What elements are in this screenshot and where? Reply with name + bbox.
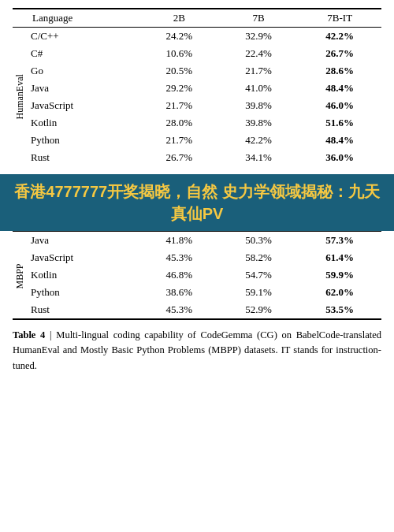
language-cell: Python [28, 284, 139, 301]
value-cell: 26.7% [298, 45, 381, 62]
value-cell: 26.7% [139, 149, 219, 166]
value-cell: 59.1% [219, 284, 299, 301]
value-cell: 46.8% [139, 266, 219, 284]
value-cell: 24.2% [139, 28, 219, 46]
table-row: C#10.6%22.4%26.7% [13, 45, 381, 62]
value-cell: 53.5% [298, 301, 381, 319]
language-cell: C/C++ [28, 28, 139, 46]
value-cell: 48.4% [298, 132, 381, 149]
language-cell: Kotlin [28, 266, 139, 284]
col-header-2b: 2B [139, 9, 219, 28]
language-cell: Kotlin [28, 114, 139, 132]
value-cell: 45.3% [139, 249, 219, 266]
value-cell: 32.9% [219, 28, 299, 46]
value-cell: 57.3% [298, 232, 381, 250]
table-caption: Table 4 | Multi-lingual coding capabilit… [13, 328, 381, 374]
value-cell: 10.6% [139, 45, 219, 62]
mbpp-label: MBPP [13, 232, 28, 320]
language-cell: JavaScript [28, 97, 139, 114]
value-cell: 28.0% [139, 114, 219, 132]
table-row: Python21.7%42.2%48.4% [13, 132, 381, 149]
language-cell: C# [28, 45, 139, 62]
col-header-7b: 7B [219, 9, 299, 28]
overlay-banner: 香港4777777开奖揭晓，自然 史力学领域揭秘：九天真仙PV [0, 174, 394, 231]
language-cell: Rust [28, 301, 139, 319]
value-cell: 39.8% [219, 97, 299, 114]
caption-separator: | [45, 329, 56, 340]
value-cell: 42.2% [219, 132, 299, 149]
value-cell: 42.2% [298, 28, 381, 46]
table-row: Kotlin46.8%54.7%59.9% [13, 266, 381, 284]
value-cell: 38.6% [139, 284, 219, 301]
table-row: MBPPJava41.8%50.3%57.3% [13, 232, 381, 250]
value-cell: 34.1% [219, 149, 299, 166]
table-row: Java29.2%41.0%48.4% [13, 80, 381, 97]
language-cell: JavaScript [28, 249, 139, 266]
value-cell: 39.8% [219, 114, 299, 132]
value-cell: 22.4% [219, 45, 299, 62]
language-cell: Go [28, 62, 139, 80]
value-cell: 21.7% [139, 132, 219, 149]
value-cell: 29.2% [139, 80, 219, 97]
table-row: Kotlin28.0%39.8%51.6% [13, 114, 381, 132]
col-header-language: Language [28, 9, 139, 28]
value-cell: 51.6% [298, 114, 381, 132]
value-cell: 21.7% [219, 62, 299, 80]
language-cell: Java [28, 232, 139, 250]
value-cell: 36.0% [298, 149, 381, 166]
value-cell: 50.3% [219, 232, 299, 250]
language-cell: Rust [28, 149, 139, 166]
caption-label: Table 4 [13, 329, 45, 340]
value-cell: 20.5% [139, 62, 219, 80]
table-row: HumanEvalC/C++24.2%32.9%42.2% [13, 28, 381, 46]
table-row: Python38.6%59.1%62.0% [13, 284, 381, 301]
caption-text: Multi-lingual coding capability of CodeG… [13, 329, 381, 371]
value-cell: 54.7% [219, 266, 299, 284]
value-cell: 59.9% [298, 266, 381, 284]
value-cell: 58.2% [219, 249, 299, 266]
table-row: JavaScript21.7%39.8%46.0% [13, 97, 381, 114]
value-cell: 48.4% [298, 80, 381, 97]
value-cell: 45.3% [139, 301, 219, 319]
language-cell: Python [28, 132, 139, 149]
table-row: Go20.5%21.7%28.6% [13, 62, 381, 80]
main-table: Language 2B 7B 7B-IT HumanEvalC/C++24.2%… [13, 8, 381, 166]
value-cell: 62.0% [298, 284, 381, 301]
table-row: JavaScript45.3%58.2%61.4% [13, 249, 381, 266]
mbpp-table: MBPPJava41.8%50.3%57.3%JavaScript45.3%58… [13, 231, 381, 320]
table-header-row: Language 2B 7B 7B-IT [13, 9, 381, 28]
col-header-empty [13, 9, 28, 28]
language-cell: Java [28, 80, 139, 97]
col-header-7bit: 7B-IT [298, 9, 381, 28]
value-cell: 61.4% [298, 249, 381, 266]
value-cell: 28.6% [298, 62, 381, 80]
table-row: Rust45.3%52.9%53.5% [13, 301, 381, 319]
value-cell: 46.0% [298, 97, 381, 114]
value-cell: 41.0% [219, 80, 299, 97]
humaneval-label: HumanEval [13, 28, 28, 167]
value-cell: 41.8% [139, 232, 219, 250]
value-cell: 21.7% [139, 97, 219, 114]
table-row: Rust26.7%34.1%36.0% [13, 149, 381, 166]
value-cell: 52.9% [219, 301, 299, 319]
